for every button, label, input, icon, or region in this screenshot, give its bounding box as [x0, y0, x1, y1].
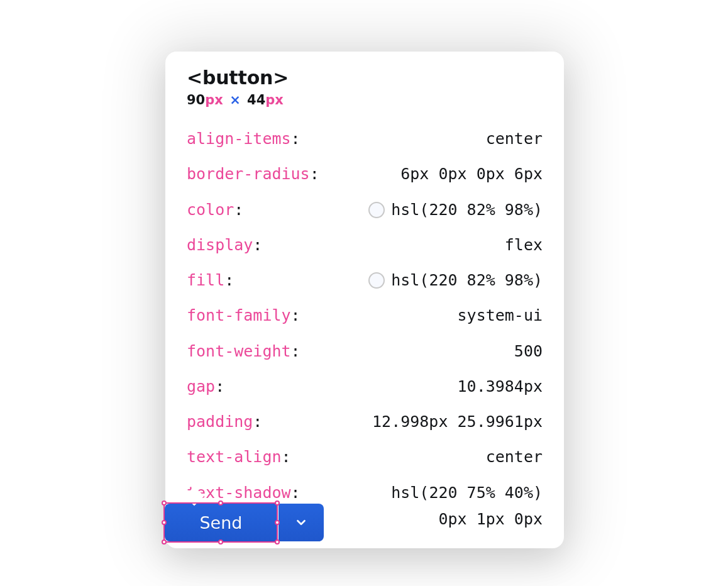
css-property-colon: : [310, 165, 319, 183]
css-property-row: font-weight:500 [187, 340, 543, 363]
css-property-value-line: 0px 1px 0px [438, 508, 543, 531]
css-property-name: fill [187, 271, 224, 289]
css-property-value-text: flex [505, 234, 543, 257]
send-dropdown-button[interactable] [279, 504, 324, 541]
css-property-colon: : [234, 201, 243, 219]
css-property-value: center [486, 128, 543, 150]
css-property-row: display:flex [187, 234, 543, 257]
css-property-row: border-radius:6px 0px 0px 6px [187, 163, 543, 185]
css-property-name: display [187, 236, 253, 254]
dim-height-unit: px [265, 92, 284, 108]
css-property-value-text: hsl(220 82% 98%) [391, 269, 543, 292]
css-property-colon: : [282, 448, 291, 466]
css-property-name: text-align [187, 448, 282, 466]
css-property-colon: : [291, 342, 301, 360]
css-property-row: color:hsl(220 82% 98%) [187, 199, 543, 221]
css-property-row: align-items:center [187, 128, 543, 150]
chevron-down-icon [294, 516, 308, 529]
css-property-value-text: hsl(220 82% 98%) [391, 199, 543, 221]
css-property-colon: : [291, 484, 301, 502]
color-swatch-icon [368, 202, 385, 218]
inspector-tooltip: <button> 90px × 44px align-items:centerb… [165, 52, 564, 548]
css-property-colon: : [291, 130, 301, 148]
element-dimensions: 90px × 44px [187, 92, 543, 108]
css-property-list: align-items:centerborder-radius:6px 0px … [187, 128, 543, 531]
css-property-value: 12.998px 25.9961px [372, 411, 543, 433]
send-button-group: Send [165, 504, 324, 541]
css-property-name: font-weight [187, 342, 291, 360]
css-property-colon: : [291, 306, 301, 324]
css-property-value: hsl(220 82% 98%) [368, 199, 543, 221]
element-tag-label: <button> [187, 67, 543, 89]
css-property-value-line: hsl(220 75% 40%) [391, 482, 543, 504]
css-property-name: gap [187, 377, 215, 395]
color-swatch-icon [368, 272, 385, 289]
css-property-value: 500 [514, 340, 543, 363]
css-property-value-text: center [486, 446, 543, 468]
css-property-value-text: 500 [514, 340, 543, 363]
css-property-value: system-ui [458, 304, 543, 327]
css-property-colon: : [215, 377, 224, 395]
dim-separator: × [229, 92, 241, 108]
css-property-name: text-shadow [187, 484, 291, 502]
send-button[interactable]: Send [165, 504, 277, 541]
css-property-value: hsl(220 75% 40%)0px 1px 0px [391, 482, 543, 531]
css-property-name: align-items [187, 130, 291, 148]
css-property-value-text: center [486, 128, 543, 150]
css-property-value: 10.3984px [458, 375, 543, 398]
css-property-value: 6px 0px 0px 6px [400, 163, 543, 185]
css-property-row: gap:10.3984px [187, 375, 543, 398]
css-property-name: border-radius [187, 165, 310, 183]
dim-width-unit: px [205, 92, 223, 108]
css-property-value-text: 10.3984px [458, 375, 543, 398]
css-property-row: fill:hsl(220 82% 98%) [187, 269, 543, 292]
css-property-value-text: 6px 0px 0px 6px [400, 163, 543, 185]
css-property-name: color [187, 201, 234, 219]
dim-width-number: 90 [187, 92, 205, 108]
css-property-name: font-family [187, 306, 291, 324]
css-property-name: padding [187, 412, 253, 431]
css-property-value-text: 12.998px 25.9961px [372, 411, 543, 433]
css-property-colon: : [253, 412, 262, 431]
css-property-row: padding:12.998px 25.9961px [187, 411, 543, 433]
css-property-value: center [486, 446, 543, 468]
css-property-value-text: system-ui [458, 304, 543, 327]
css-property-value: hsl(220 82% 98%) [368, 269, 543, 292]
css-property-row: font-family:system-ui [187, 304, 543, 327]
css-property-colon: : [253, 236, 262, 254]
css-property-value: flex [505, 234, 543, 257]
css-property-colon: : [224, 271, 234, 289]
dim-height-number: 44 [247, 92, 265, 108]
css-property-row: text-align:center [187, 446, 543, 468]
send-button-label: Send [199, 513, 242, 533]
